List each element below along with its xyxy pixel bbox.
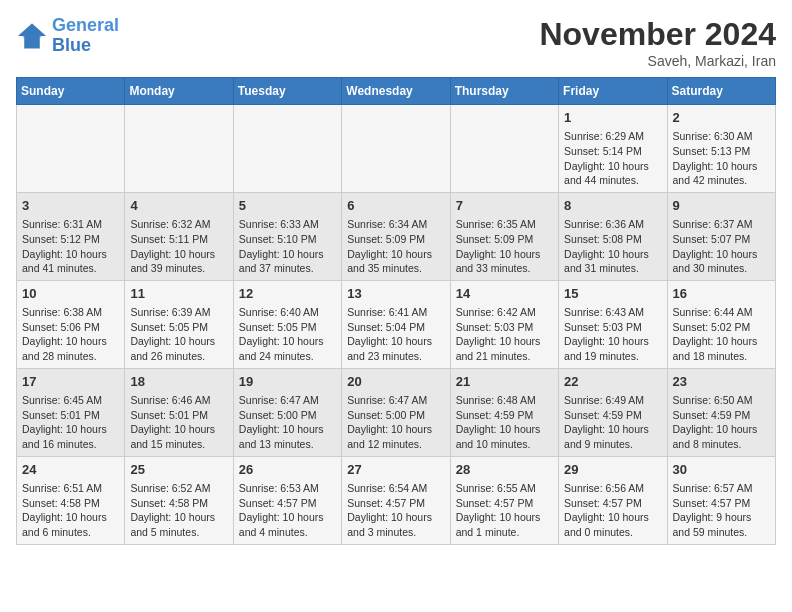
location-subtitle: Saveh, Markazi, Iran [539, 53, 776, 69]
day-info: Sunrise: 6:57 AM [673, 481, 770, 496]
day-info: Sunset: 5:02 PM [673, 320, 770, 335]
day-number: 11 [130, 285, 227, 303]
calendar-cell: 10Sunrise: 6:38 AMSunset: 5:06 PMDayligh… [17, 280, 125, 368]
calendar-cell: 26Sunrise: 6:53 AMSunset: 4:57 PMDayligh… [233, 456, 341, 544]
weekday-header-saturday: Saturday [667, 78, 775, 105]
calendar-cell [233, 105, 341, 193]
day-info: Daylight: 10 hours and 13 minutes. [239, 422, 336, 451]
day-info: Sunrise: 6:48 AM [456, 393, 553, 408]
day-info: Sunrise: 6:50 AM [673, 393, 770, 408]
logo: General Blue [16, 16, 119, 56]
day-info: Sunset: 4:58 PM [130, 496, 227, 511]
day-info: Daylight: 10 hours and 18 minutes. [673, 334, 770, 363]
day-info: Daylight: 10 hours and 5 minutes. [130, 510, 227, 539]
calendar-body: 1Sunrise: 6:29 AMSunset: 5:14 PMDaylight… [17, 105, 776, 545]
day-info: Sunset: 5:04 PM [347, 320, 444, 335]
day-number: 27 [347, 461, 444, 479]
weekday-header-row: SundayMondayTuesdayWednesdayThursdayFrid… [17, 78, 776, 105]
day-info: Daylight: 10 hours and 23 minutes. [347, 334, 444, 363]
day-info: Sunset: 5:03 PM [564, 320, 661, 335]
calendar-cell: 16Sunrise: 6:44 AMSunset: 5:02 PMDayligh… [667, 280, 775, 368]
calendar-cell: 20Sunrise: 6:47 AMSunset: 5:00 PMDayligh… [342, 368, 450, 456]
day-info: Sunset: 5:09 PM [347, 232, 444, 247]
day-number: 6 [347, 197, 444, 215]
day-info: Sunset: 4:59 PM [456, 408, 553, 423]
day-number: 22 [564, 373, 661, 391]
day-info: Daylight: 10 hours and 33 minutes. [456, 247, 553, 276]
day-info: Sunrise: 6:31 AM [22, 217, 119, 232]
day-number: 24 [22, 461, 119, 479]
day-info: Sunrise: 6:42 AM [456, 305, 553, 320]
calendar-cell: 30Sunrise: 6:57 AMSunset: 4:57 PMDayligh… [667, 456, 775, 544]
day-info: Sunrise: 6:56 AM [564, 481, 661, 496]
calendar-cell: 7Sunrise: 6:35 AMSunset: 5:09 PMDaylight… [450, 192, 558, 280]
day-info: Sunrise: 6:51 AM [22, 481, 119, 496]
calendar-cell: 8Sunrise: 6:36 AMSunset: 5:08 PMDaylight… [559, 192, 667, 280]
day-number: 13 [347, 285, 444, 303]
day-info: Daylight: 10 hours and 31 minutes. [564, 247, 661, 276]
day-info: Daylight: 10 hours and 12 minutes. [347, 422, 444, 451]
day-info: Sunset: 4:57 PM [239, 496, 336, 511]
day-number: 10 [22, 285, 119, 303]
day-info: Daylight: 10 hours and 4 minutes. [239, 510, 336, 539]
day-info: Sunset: 4:57 PM [456, 496, 553, 511]
day-info: Sunset: 5:01 PM [22, 408, 119, 423]
day-info: Daylight: 10 hours and 1 minute. [456, 510, 553, 539]
day-info: Sunset: 5:00 PM [347, 408, 444, 423]
weekday-header-thursday: Thursday [450, 78, 558, 105]
day-info: Sunset: 5:14 PM [564, 144, 661, 159]
day-info: Sunrise: 6:54 AM [347, 481, 444, 496]
day-info: Sunrise: 6:49 AM [564, 393, 661, 408]
day-number: 14 [456, 285, 553, 303]
logo-icon [16, 22, 48, 50]
calendar-cell: 12Sunrise: 6:40 AMSunset: 5:05 PMDayligh… [233, 280, 341, 368]
day-info: Sunset: 4:57 PM [564, 496, 661, 511]
day-number: 7 [456, 197, 553, 215]
calendar-cell: 18Sunrise: 6:46 AMSunset: 5:01 PMDayligh… [125, 368, 233, 456]
day-info: Sunrise: 6:30 AM [673, 129, 770, 144]
day-info: Sunrise: 6:36 AM [564, 217, 661, 232]
day-info: Daylight: 10 hours and 10 minutes. [456, 422, 553, 451]
day-info: Sunrise: 6:33 AM [239, 217, 336, 232]
calendar-table: SundayMondayTuesdayWednesdayThursdayFrid… [16, 77, 776, 545]
calendar-cell: 4Sunrise: 6:32 AMSunset: 5:11 PMDaylight… [125, 192, 233, 280]
svg-marker-1 [18, 23, 46, 37]
day-info: Sunrise: 6:43 AM [564, 305, 661, 320]
day-number: 19 [239, 373, 336, 391]
calendar-cell: 22Sunrise: 6:49 AMSunset: 4:59 PMDayligh… [559, 368, 667, 456]
day-info: Daylight: 10 hours and 35 minutes. [347, 247, 444, 276]
day-info: Daylight: 10 hours and 21 minutes. [456, 334, 553, 363]
day-info: Daylight: 10 hours and 16 minutes. [22, 422, 119, 451]
calendar-week-row: 1Sunrise: 6:29 AMSunset: 5:14 PMDaylight… [17, 105, 776, 193]
day-info: Daylight: 10 hours and 19 minutes. [564, 334, 661, 363]
day-info: Sunset: 4:59 PM [564, 408, 661, 423]
day-info: Daylight: 10 hours and 37 minutes. [239, 247, 336, 276]
month-title: November 2024 [539, 16, 776, 53]
day-info: Daylight: 10 hours and 26 minutes. [130, 334, 227, 363]
calendar-cell: 3Sunrise: 6:31 AMSunset: 5:12 PMDaylight… [17, 192, 125, 280]
day-info: Daylight: 10 hours and 0 minutes. [564, 510, 661, 539]
day-info: Sunrise: 6:35 AM [456, 217, 553, 232]
day-info: Daylight: 10 hours and 42 minutes. [673, 159, 770, 188]
day-number: 5 [239, 197, 336, 215]
day-info: Daylight: 10 hours and 6 minutes. [22, 510, 119, 539]
day-info: Sunrise: 6:44 AM [673, 305, 770, 320]
day-info: Sunrise: 6:45 AM [22, 393, 119, 408]
day-info: Daylight: 10 hours and 3 minutes. [347, 510, 444, 539]
weekday-header-tuesday: Tuesday [233, 78, 341, 105]
day-info: Daylight: 10 hours and 44 minutes. [564, 159, 661, 188]
day-number: 26 [239, 461, 336, 479]
weekday-header-friday: Friday [559, 78, 667, 105]
day-number: 23 [673, 373, 770, 391]
day-number: 12 [239, 285, 336, 303]
day-info: Sunset: 5:11 PM [130, 232, 227, 247]
calendar-week-row: 10Sunrise: 6:38 AMSunset: 5:06 PMDayligh… [17, 280, 776, 368]
calendar-cell: 1Sunrise: 6:29 AMSunset: 5:14 PMDaylight… [559, 105, 667, 193]
day-info: Sunrise: 6:47 AM [239, 393, 336, 408]
page-header: General Blue November 2024 Saveh, Markaz… [16, 16, 776, 69]
day-info: Sunrise: 6:47 AM [347, 393, 444, 408]
day-info: Daylight: 10 hours and 28 minutes. [22, 334, 119, 363]
day-info: Sunrise: 6:46 AM [130, 393, 227, 408]
calendar-cell: 23Sunrise: 6:50 AMSunset: 4:59 PMDayligh… [667, 368, 775, 456]
day-info: Sunrise: 6:29 AM [564, 129, 661, 144]
